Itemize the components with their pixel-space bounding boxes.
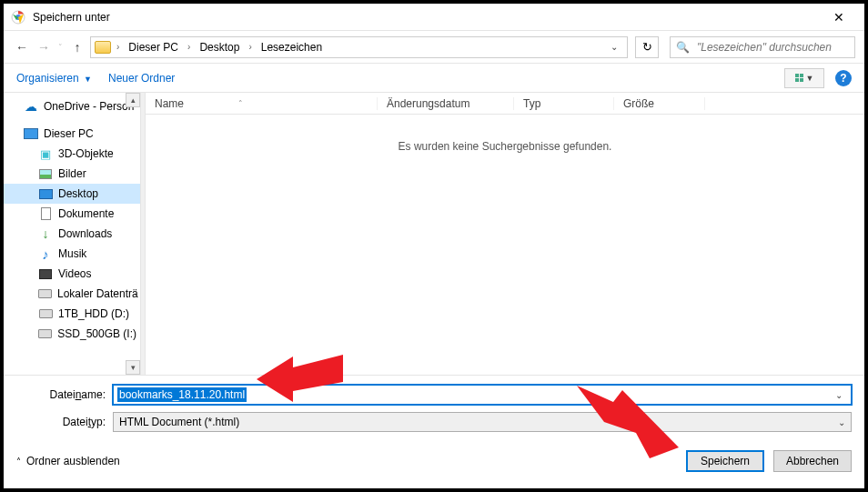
footer: ˄ Ordner ausblenden Speichern Abbrechen bbox=[4, 439, 864, 483]
sort-indicator-icon: ˄ bbox=[238, 99, 243, 108]
tree-item-3d[interactable]: ▣3D-Objekte bbox=[4, 144, 140, 164]
column-date[interactable]: Änderungsdatum bbox=[378, 97, 514, 110]
help-button[interactable]: ? bbox=[835, 70, 852, 86]
chevron-up-icon: ˄ bbox=[16, 457, 21, 467]
chrome-icon bbox=[11, 10, 25, 25]
cancel-button[interactable]: Abbrechen bbox=[773, 450, 852, 472]
column-headers: Name˄ Änderungsdatum Typ Größe bbox=[146, 93, 864, 115]
filename-input[interactable]: bookmarks_18.11.20.html ⌄ bbox=[113, 385, 852, 405]
tree-item-label: OneDrive - Person bbox=[44, 100, 134, 113]
breadcrumb-item[interactable]: Desktop bbox=[196, 39, 243, 55]
filetype-label: Dateityp: bbox=[4, 416, 113, 428]
title-bar: Speichern unter ✕ bbox=[4, 4, 864, 31]
chevron-right-icon: › bbox=[186, 42, 192, 52]
tree-item-doc[interactable]: Dokumente bbox=[4, 204, 140, 224]
tree-item-label: Dieser PC bbox=[44, 127, 94, 140]
tree-item-label: Bilder bbox=[58, 167, 86, 180]
tree-item-onedrive[interactable]: ☁OneDrive - Person bbox=[4, 96, 140, 116]
view-mode-button[interactable]: ▼ bbox=[784, 68, 824, 88]
tree-item-label: 1TB_HDD (D:) bbox=[58, 307, 129, 320]
nav-row: ← → ˅ ↑ › Dieser PC › Desktop › Lesezeic… bbox=[4, 31, 864, 64]
tree-item-down[interactable]: ↓Downloads bbox=[4, 224, 140, 244]
save-button[interactable]: Speichern bbox=[686, 450, 764, 472]
tree-item-desktop[interactable]: Desktop bbox=[4, 184, 140, 204]
search-input[interactable] bbox=[695, 40, 849, 55]
forward-button[interactable]: → bbox=[35, 38, 53, 56]
chevron-down-icon: ▼ bbox=[806, 74, 814, 83]
column-name[interactable]: Name˄ bbox=[146, 97, 378, 110]
tree-item-disk[interactable]: Lokaler Datenträ bbox=[4, 284, 140, 304]
filetype-select[interactable]: HTML Document (*.html) ⌄ bbox=[113, 412, 852, 432]
back-button[interactable]: ← bbox=[13, 38, 31, 56]
scroll-up-button[interactable]: ▴ bbox=[126, 93, 140, 107]
filename-text-input[interactable] bbox=[247, 387, 831, 402]
window-title: Speichern unter bbox=[33, 11, 819, 24]
hide-folders-toggle[interactable]: ˄ Ordner ausblenden bbox=[16, 455, 120, 467]
bottom-panel: Dateiname: bookmarks_18.11.20.html ⌄ Dat… bbox=[4, 375, 864, 432]
filename-label: Dateiname: bbox=[4, 388, 113, 401]
address-bar[interactable]: › Dieser PC › Desktop › Lesezeichen ⌄ bbox=[90, 36, 628, 58]
tree-item-label: Videos bbox=[58, 267, 91, 280]
up-button[interactable]: ↑ bbox=[68, 38, 86, 56]
breadcrumb-item[interactable]: Lesezeichen bbox=[257, 39, 326, 55]
close-button[interactable]: ✕ bbox=[819, 4, 859, 31]
search-icon: 🔍 bbox=[676, 41, 690, 54]
chevron-right-icon: › bbox=[247, 42, 253, 52]
tree-item-music[interactable]: ♪Musik bbox=[4, 244, 140, 264]
filename-dropdown-icon[interactable]: ⌄ bbox=[831, 390, 847, 400]
tree-item-pic[interactable]: Bilder bbox=[4, 164, 140, 184]
column-size[interactable]: Größe bbox=[614, 97, 705, 110]
tree-item-label: 3D-Objekte bbox=[58, 147, 114, 160]
tree-item-pc[interactable]: Dieser PC bbox=[4, 124, 140, 144]
tree-item-label: SSD_500GB (I:) bbox=[57, 327, 136, 340]
tree-item-label: Dokumente bbox=[58, 207, 114, 220]
tree-item-video[interactable]: Videos bbox=[4, 264, 140, 284]
filetype-value: HTML Document (*.html) bbox=[119, 416, 239, 428]
chevron-right-icon: › bbox=[115, 42, 121, 52]
grid-icon bbox=[795, 74, 803, 82]
tree-item-label: Downloads bbox=[58, 227, 112, 240]
tree-item-label: Desktop bbox=[58, 187, 98, 200]
folder-tree: ▴ ☁OneDrive - PersonDieser PC▣3D-Objekte… bbox=[4, 93, 140, 375]
search-box[interactable]: 🔍 bbox=[670, 36, 855, 58]
tree-item-label: Musik bbox=[58, 247, 86, 260]
empty-message: Es wurden keine Suchergebnisse gefunden. bbox=[146, 115, 864, 153]
address-dropdown-icon[interactable]: ⌄ bbox=[605, 42, 623, 52]
list-pane: Name˄ Änderungsdatum Typ Größe Es wurden… bbox=[146, 93, 864, 375]
refresh-button[interactable]: ↻ bbox=[635, 36, 659, 58]
new-folder-button[interactable]: Neuer Ordner bbox=[108, 72, 175, 85]
toolbar: Organisieren ▼ Neuer Ordner ▼ ? bbox=[4, 64, 864, 93]
column-type[interactable]: Typ bbox=[514, 97, 614, 110]
folder-icon bbox=[95, 41, 111, 54]
chevron-down-icon[interactable]: ˅ bbox=[56, 43, 65, 52]
filetype-dropdown-icon[interactable]: ⌄ bbox=[838, 417, 845, 427]
organize-menu[interactable]: Organisieren ▼ bbox=[16, 72, 92, 85]
tree-item-label: Lokaler Datenträ bbox=[57, 287, 138, 300]
body-area: ▴ ☁OneDrive - PersonDieser PC▣3D-Objekte… bbox=[4, 93, 864, 375]
tree-item-disk[interactable]: SSD_500GB (I:) bbox=[4, 324, 140, 344]
filename-value[interactable]: bookmarks_18.11.20.html bbox=[117, 387, 247, 402]
tree-item-disk[interactable]: 1TB_HDD (D:) bbox=[4, 304, 140, 324]
scroll-down-button[interactable]: ▾ bbox=[126, 360, 140, 375]
breadcrumb-item[interactable]: Dieser PC bbox=[125, 39, 182, 55]
